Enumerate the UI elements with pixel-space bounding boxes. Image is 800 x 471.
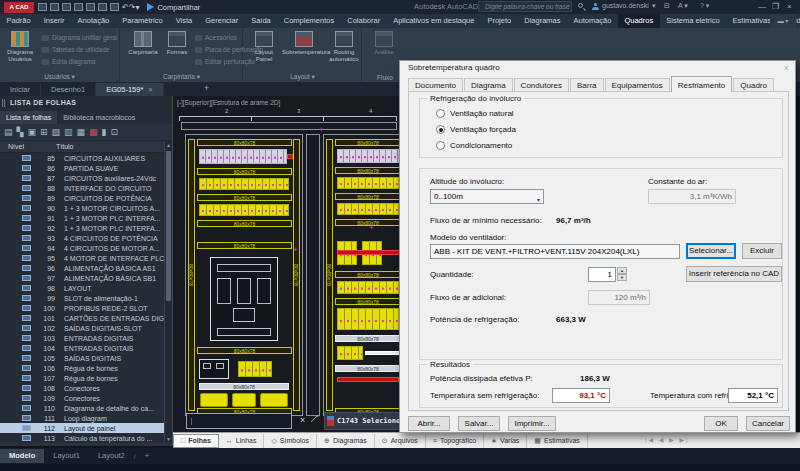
inserir-referencia-button[interactable]: Inserir referência no CAD bbox=[686, 266, 782, 282]
share-button[interactable]: Compartilhar bbox=[157, 3, 200, 12]
sheet-row[interactable]: 102 SAÍDAS DIGITAIS-SLOT bbox=[0, 323, 164, 333]
qat-icon[interactable] bbox=[86, 3, 95, 11]
sobretemperatura-button[interactable]: Sobretemperatura bbox=[282, 31, 326, 56]
imprimir-button[interactable]: Imprimir... bbox=[508, 416, 556, 431]
ribbon-tab[interactable]: Diagramas bbox=[518, 14, 567, 28]
radio-icon[interactable] bbox=[436, 141, 445, 150]
sheet-row[interactable]: 85 CIRCUITOS AUXILIARES bbox=[0, 153, 164, 163]
layout-tab[interactable]: Layout1 bbox=[44, 449, 89, 463]
command-input[interactable] bbox=[186, 413, 292, 429]
sheet-row[interactable]: 101 CARTÕES DE ENTRADAS DIG. bbox=[0, 313, 164, 323]
cooling-radio-option[interactable]: Ventilação forçada bbox=[436, 125, 516, 134]
command-close-icon[interactable]: × bbox=[300, 415, 305, 425]
search-icon[interactable] bbox=[578, 3, 583, 8]
palette-tab[interactable]: Lista de folhas bbox=[0, 111, 57, 124]
minimize-button[interactable]: — bbox=[758, 3, 766, 11]
ok-button[interactable]: OK bbox=[704, 416, 738, 431]
workspace-tab[interactable]: □ Folhas bbox=[173, 434, 219, 448]
sheet-row[interactable]: 90 1 + 3 MOTOR CIRCUITOS A... bbox=[0, 203, 164, 213]
diagrama-usuarios-button[interactable]: DiagramaUsuários bbox=[0, 31, 40, 62]
workspace-tab[interactable]: ≡ Topográfico bbox=[426, 434, 484, 448]
column-titulo[interactable]: Título bbox=[56, 141, 74, 152]
ribbon-tab[interactable]: Vista bbox=[169, 14, 199, 28]
sheet-row[interactable]: 88 INTERFACE DO CIRCUITO bbox=[0, 183, 164, 193]
ribbon-tab[interactable]: Automação bbox=[567, 14, 618, 28]
ribbon-tab[interactable]: Colaborar bbox=[341, 14, 387, 28]
user-dropdown-icon[interactable]: ▾ bbox=[652, 2, 656, 10]
palette-grip[interactable] bbox=[2, 99, 5, 107]
group-label[interactable]: Usuários ▾ bbox=[0, 73, 119, 81]
qat-icon[interactable] bbox=[110, 3, 119, 11]
palette-toolbar-icon[interactable]: ▩ bbox=[89, 127, 98, 137]
store-cart-icon[interactable]: ⊟ bbox=[664, 2, 670, 10]
dialog-tab[interactable]: Equipamentos bbox=[605, 78, 670, 92]
viewport-controls[interactable]: [-][Superior][Estrutura de arame 2D] bbox=[177, 99, 280, 106]
excluir-button[interactable]: Excluir bbox=[742, 243, 782, 259]
dialog-tab[interactable]: Diagrama bbox=[464, 78, 513, 92]
ribbon-tab[interactable]: Saída bbox=[245, 14, 278, 28]
scroll-up-icon[interactable]: ▲ bbox=[166, 142, 171, 148]
list-scrollbar[interactable]: ▲ ▼ bbox=[164, 141, 172, 443]
quick-access-toolbar[interactable] bbox=[38, 3, 119, 11]
diagrama-unifilar-button[interactable]: Diagrama unifilar geral bbox=[42, 34, 117, 41]
sheet-row[interactable]: 93 4 CIRCUITOS DE POTÊNCIA bbox=[0, 233, 164, 243]
workspace-tab[interactable]: ⊕ Diagramas bbox=[317, 434, 375, 448]
sheet-row[interactable]: 104 ENTRADAS DIGITAIS bbox=[0, 343, 164, 353]
palette-toolbar-icon[interactable]: ▨ bbox=[52, 127, 61, 137]
sheet-row[interactable]: 105 SAÍDAS DIGITAIS bbox=[0, 353, 164, 363]
palette-toolbar-icon[interactable]: ▦ bbox=[77, 127, 86, 137]
dialog-tab[interactable]: Documento bbox=[408, 78, 463, 92]
group-label[interactable]: Carpintaria ▾ bbox=[121, 73, 242, 81]
sheet-row[interactable]: 108 Conectores bbox=[0, 383, 164, 393]
formas-button[interactable]: Formas bbox=[157, 31, 197, 56]
ribbon-tab[interactable]: Anotação bbox=[71, 14, 116, 28]
dialog-tab[interactable]: Condutores bbox=[514, 78, 569, 92]
document-tab[interactable]: Iniciar bbox=[0, 83, 41, 96]
sheet-row[interactable]: 91 1 + 3 MOTOR PLC INTERFA... bbox=[0, 213, 164, 223]
document-tab[interactable]: Desenho1 bbox=[41, 83, 96, 96]
workspace-tab[interactable]: ⊙ Arquivos bbox=[375, 434, 426, 448]
sheet-pager[interactable]: |◀ ◀ ▶ ▶| bbox=[645, 436, 690, 443]
sheet-row[interactable]: 96 ALIMENTAÇÃO BÁSICA AS1 bbox=[0, 263, 164, 273]
dialog-tab[interactable]: Resfriamento bbox=[671, 76, 733, 92]
abrir-button[interactable]: Abrir... bbox=[408, 416, 450, 431]
command-grip[interactable] bbox=[189, 418, 192, 425]
restore-button[interactable]: ❐ bbox=[772, 3, 779, 11]
dialog-title[interactable]: Sobretemperatura quadro bbox=[400, 61, 795, 75]
autocad-logo[interactable]: A CAD bbox=[4, 2, 34, 13]
ribbon-tab[interactable]: Complementos bbox=[277, 14, 340, 28]
palette-toolbar-icon[interactable]: ▮ bbox=[102, 127, 107, 137]
sheet-row[interactable]: 99 SLOT de alimentação-1 bbox=[0, 293, 164, 303]
cooling-radio-option[interactable]: Condicionamento bbox=[436, 141, 512, 150]
spin-up-icon[interactable]: ▲ bbox=[617, 267, 627, 274]
sheet-row[interactable]: 87 CIRCUITOS auxiliares-24Vdc bbox=[0, 173, 164, 183]
qat-icon[interactable] bbox=[98, 3, 107, 11]
column-nivel[interactable]: Nível bbox=[0, 141, 56, 152]
sheet-row[interactable]: 94 4 CIRCUITOS DE MOTOR A... bbox=[0, 243, 164, 253]
radio-icon[interactable] bbox=[436, 125, 445, 134]
group-label[interactable]: Layout ▾ bbox=[244, 73, 361, 81]
acessorios-button[interactable]: Acessórios bbox=[195, 34, 237, 41]
ribbon-tab[interactable]: Gerenciar bbox=[199, 14, 245, 28]
sheet-row[interactable]: 89 CIRCUITOS DE POTÊNCIA bbox=[0, 193, 164, 203]
selecionar-button[interactable]: Selecionar... bbox=[686, 243, 736, 259]
sheet-row[interactable]: 92 1 + 3 MOTOR PLC INTERFA... bbox=[0, 223, 164, 233]
routing-automatico-button[interactable]: Routingautomático bbox=[326, 31, 362, 62]
edita-diagrama-button[interactable]: Edita diagrama bbox=[42, 58, 96, 65]
ribbon-tab[interactable]: Padrão bbox=[0, 14, 37, 28]
qat-icon[interactable] bbox=[50, 3, 59, 11]
altitude-select[interactable]: 0..100m▾ bbox=[430, 189, 544, 204]
user-name[interactable]: gustavo.denski bbox=[602, 2, 649, 9]
sheet-row[interactable]: 112 Layout de painel bbox=[0, 423, 164, 433]
sheet-row[interactable]: 98 LAYOUT bbox=[0, 283, 164, 293]
qat-icon[interactable] bbox=[38, 3, 47, 11]
document-tab[interactable]: EG05-159*× bbox=[96, 83, 164, 96]
undo-icon[interactable]: ↶ bbox=[122, 3, 129, 12]
sheet-row[interactable]: 111 Loop diagram bbox=[0, 413, 164, 423]
close-button[interactable]: × bbox=[787, 3, 792, 11]
palette-toolbar-icon[interactable]: ▣ bbox=[27, 127, 36, 137]
scroll-down-icon[interactable]: ▼ bbox=[166, 436, 171, 442]
palette-toolbar-icon[interactable]: ⊡ bbox=[111, 127, 119, 137]
workspace-tab[interactable]: ▦ Estimativas bbox=[527, 434, 587, 448]
autodesk-a-icon[interactable]: A ▾ bbox=[678, 2, 688, 10]
